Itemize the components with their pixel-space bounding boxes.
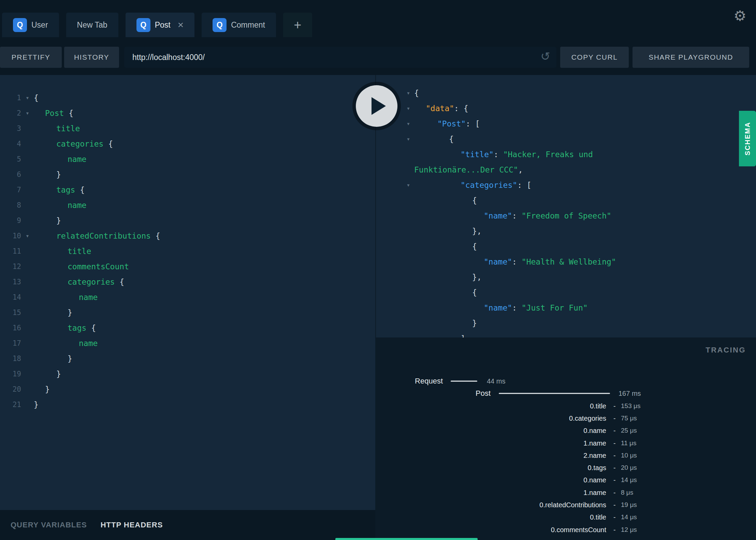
line-content: title (34, 124, 80, 133)
fold-arrow-icon[interactable]: ▾ (404, 181, 413, 189)
fold-arrow-icon[interactable]: ▾ (21, 232, 34, 239)
code-token: categories (56, 139, 103, 148)
trace-time: 153 μs (621, 402, 640, 410)
editor-line[interactable]: 1▾{ (0, 90, 375, 105)
fold-arrow-icon[interactable]: ▾ (404, 89, 413, 96)
trace-row: 1.name-11 μs (375, 437, 756, 449)
trace-dash-icon: - (613, 451, 616, 459)
line-number: 9 (0, 216, 21, 225)
tab-new-tab[interactable]: New Tab (66, 13, 118, 37)
code-token: categories (68, 278, 115, 286)
code-token: name (68, 155, 86, 164)
line-content: name (34, 339, 98, 348)
add-tab-button[interactable]: + (283, 13, 312, 37)
editor-line[interactable]: 18} (0, 351, 375, 366)
line-content: { (376, 242, 477, 251)
editor-line[interactable]: 5name (0, 151, 375, 167)
response-line: ▾{ (376, 131, 756, 147)
trace-row: 0.name-25 μs (375, 424, 756, 437)
editor-line[interactable]: 14name (0, 289, 375, 305)
editor-line[interactable]: 10▾relatedContributions { (0, 228, 375, 243)
endpoint-url-input[interactable] (124, 47, 556, 68)
editor-line[interactable]: 7tags { (0, 182, 375, 197)
code-token: , (518, 165, 523, 174)
code-token: { (449, 135, 454, 144)
close-tab-icon[interactable]: × (178, 20, 184, 30)
copy-curl-button[interactable]: COPY CURL (560, 47, 629, 68)
editor-line[interactable]: 17name (0, 335, 375, 351)
line-number: 5 (0, 155, 21, 163)
editor-line[interactable]: 16tags { (0, 320, 375, 335)
editor-line[interactable]: 13categories { (0, 274, 375, 289)
code-token: } (68, 308, 72, 317)
trace-row: Post167 ms (375, 387, 756, 400)
execute-query-button[interactable] (356, 85, 397, 127)
line-content: { (34, 93, 39, 102)
settings-gear-icon[interactable]: ⚙ (733, 9, 746, 23)
editor-line[interactable]: 4categories { (0, 136, 375, 151)
code-token: } (45, 385, 50, 394)
prettify-button[interactable]: PRETTIFY (0, 47, 62, 68)
line-content: } (34, 400, 39, 409)
line-content: } (34, 385, 50, 394)
fold-arrow-icon[interactable]: ▾ (21, 94, 34, 101)
editor-line[interactable]: 3title (0, 121, 375, 136)
editor-line[interactable]: 2▾Post { (0, 105, 375, 121)
line-number: 6 (0, 170, 21, 179)
code-token: ] (461, 334, 465, 338)
query-type-icon: Q (136, 18, 150, 32)
code-token: : (494, 150, 503, 159)
editor-line[interactable]: 15} (0, 305, 375, 320)
code-token: name (79, 293, 98, 302)
tab-user[interactable]: QUser (2, 13, 59, 37)
code-token: Post (45, 109, 64, 118)
response-line: } (376, 315, 756, 331)
tab-comment[interactable]: QComment (202, 13, 276, 37)
editor-line[interactable]: 11title (0, 243, 375, 259)
line-content: ] (376, 334, 465, 338)
editor-line[interactable]: 8name (0, 197, 375, 213)
reload-schema-icon[interactable]: ↺ (541, 50, 551, 62)
line-content: } (34, 170, 61, 179)
code-token: "title" (461, 150, 494, 159)
query-editor-pane[interactable]: 1▾{2▾Post {3title4categories {5name6}7ta… (0, 75, 375, 510)
trace-dash-icon: - (613, 464, 616, 472)
schema-tab[interactable]: SCHEMA (739, 111, 756, 166)
query-type-icon: Q (13, 18, 27, 32)
share-playground-button[interactable]: SHARE PLAYGROUND (633, 47, 749, 68)
fold-arrow-icon[interactable]: ▾ (404, 135, 413, 142)
editor-line[interactable]: 6} (0, 167, 375, 182)
fold-arrow-icon[interactable]: ▾ (404, 105, 413, 112)
line-content: tags { (34, 324, 96, 332)
code-token: name (68, 201, 86, 210)
trace-label: Post (476, 389, 491, 398)
trace-dash-icon: - (613, 513, 616, 521)
fold-arrow-icon[interactable]: ▾ (404, 120, 413, 127)
editor-line[interactable]: 20} (0, 381, 375, 397)
tab-list: QUserNew TabQPost×QComment (2, 13, 283, 37)
editor-line[interactable]: 21} (0, 397, 375, 412)
line-number: 15 (0, 309, 21, 317)
tab-post[interactable]: QPost× (126, 13, 195, 37)
trace-dash-icon: - (613, 526, 616, 534)
line-content: "title": "Hacker, Freaks und (376, 150, 593, 159)
tracing-title: TRACING (706, 346, 746, 355)
query-variables-tab[interactable]: QUERY VARIABLES (11, 521, 87, 529)
line-content: "categories": [ (376, 181, 532, 190)
editor-line[interactable]: 12commentsCount (0, 259, 375, 274)
line-number: 21 (0, 401, 21, 409)
code-token: "Post" (437, 119, 466, 128)
trace-label: 2.name (583, 451, 606, 459)
editor-line[interactable]: 9} (0, 213, 375, 228)
fold-arrow-icon[interactable]: ▾ (21, 109, 34, 117)
history-button[interactable]: HISTORY (64, 47, 119, 68)
line-number: 12 (0, 262, 21, 271)
editor-line[interactable]: 19} (0, 366, 375, 381)
trace-time: 19 μs (621, 501, 637, 509)
code-token: "name" (484, 257, 512, 266)
code-token: } (56, 370, 61, 378)
http-headers-tab[interactable]: HTTP HEADERS (101, 521, 163, 529)
editor-footer: QUERY VARIABLES HTTP HEADERS (0, 510, 375, 540)
code-token: { (103, 139, 113, 148)
trace-dash-icon: - (613, 476, 616, 484)
